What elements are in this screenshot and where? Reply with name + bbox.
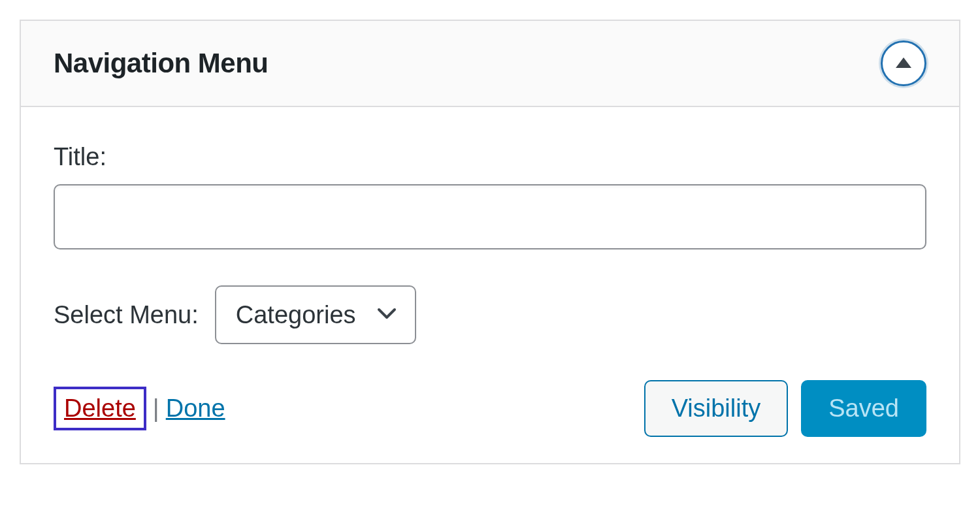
collapse-button[interactable] xyxy=(881,40,926,86)
title-input[interactable] xyxy=(54,184,926,249)
right-actions: Visibility Saved xyxy=(644,380,926,437)
left-actions: Delete | Done xyxy=(54,387,225,430)
saved-button[interactable]: Saved xyxy=(801,380,926,437)
done-link[interactable]: Done xyxy=(166,394,225,423)
delete-link[interactable]: Delete xyxy=(54,387,146,430)
select-menu-wrap: Categories xyxy=(215,285,416,344)
select-menu-row: Select Menu: Categories xyxy=(54,285,926,344)
select-menu-label: Select Menu: xyxy=(54,301,199,329)
navigation-menu-widget: Navigation Menu Title: Select Menu: Cate… xyxy=(20,20,960,464)
widget-title: Navigation Menu xyxy=(54,48,269,79)
visibility-button[interactable]: Visibility xyxy=(644,380,789,437)
select-menu-dropdown[interactable]: Categories xyxy=(215,285,416,344)
actions-row: Delete | Done Visibility Saved xyxy=(54,380,926,437)
widget-header: Navigation Menu xyxy=(21,21,959,107)
title-label: Title: xyxy=(54,143,926,171)
widget-body: Title: Select Menu: Categories Delete | … xyxy=(21,107,959,463)
chevron-up-icon xyxy=(896,57,911,68)
action-separator: | xyxy=(153,394,159,423)
